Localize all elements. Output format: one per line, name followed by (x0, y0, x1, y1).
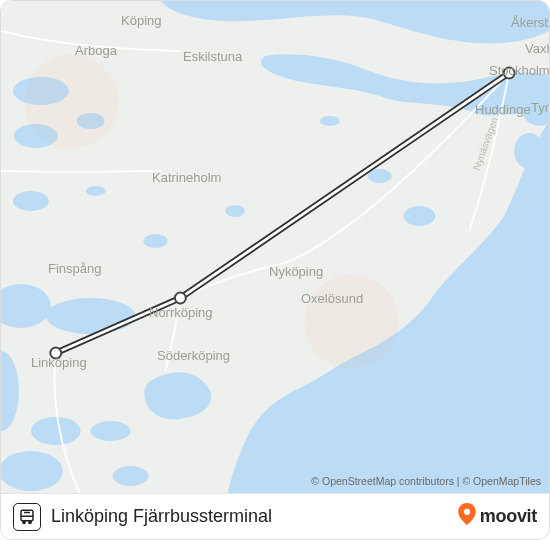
city-label-katrineholm: Katrineholm (152, 170, 221, 185)
svg-point-19 (320, 116, 340, 126)
city-label-stockholm: Stockholm (489, 63, 550, 78)
svg-point-5 (77, 113, 105, 129)
bottom-bar: Linköping Fjärrbussterminal moovit (1, 493, 549, 539)
city-label-huddinge: Huddinge (475, 102, 531, 117)
svg-point-17 (404, 206, 436, 226)
destination-label: Linköping Fjärrbussterminal (51, 506, 448, 527)
svg-point-11 (86, 186, 106, 196)
brand-text: moovit (480, 506, 537, 527)
city-label-nykoping: Nyköping (269, 264, 323, 279)
svg-point-4 (14, 124, 58, 148)
city-label-vaxh: Vaxh (525, 41, 550, 56)
city-label-oxelosund: Oxelösund (301, 291, 363, 306)
svg-point-10 (225, 205, 245, 217)
route-stop-norrkoping[interactable] (175, 293, 186, 304)
svg-point-9 (143, 234, 167, 248)
bus-icon-svg (18, 508, 36, 526)
svg-point-15 (91, 421, 131, 441)
svg-point-3 (13, 77, 69, 105)
city-label-akersb: Åkersb (511, 15, 550, 30)
city-label-soderkoping: Söderköping (157, 348, 230, 363)
svg-point-8 (46, 298, 136, 334)
svg-point-23 (29, 521, 31, 523)
svg-point-2 (514, 133, 544, 169)
bus-icon (13, 503, 41, 531)
svg-point-13 (31, 417, 81, 445)
brand-logo[interactable]: moovit (458, 503, 537, 530)
svg-point-6 (13, 191, 49, 211)
svg-point-25 (464, 509, 470, 515)
svg-point-16 (113, 466, 149, 486)
pin-icon (458, 503, 476, 530)
city-label-tyre: Tyre (531, 100, 550, 115)
svg-point-22 (23, 521, 25, 523)
city-label-koping: Köping (121, 13, 161, 28)
city-label-norrkoping: Norrköping (149, 305, 213, 320)
map-viewport[interactable]: Nynäsvägen ⬤ ⬤ Köping Åkersb Arboga Eski… (1, 1, 549, 539)
city-label-eskilstuna: Eskilstuna (183, 49, 242, 64)
city-label-arboga: Arboga (75, 43, 117, 58)
city-label-linkoping: Linköping (31, 355, 87, 370)
map-card: Nynäsvägen ⬤ ⬤ Köping Åkersb Arboga Eski… (0, 0, 550, 540)
svg-point-14 (1, 451, 63, 491)
city-label-finspang: Finspång (48, 261, 101, 276)
map-attribution: © OpenStreetMap contributors | © OpenMap… (311, 475, 541, 487)
